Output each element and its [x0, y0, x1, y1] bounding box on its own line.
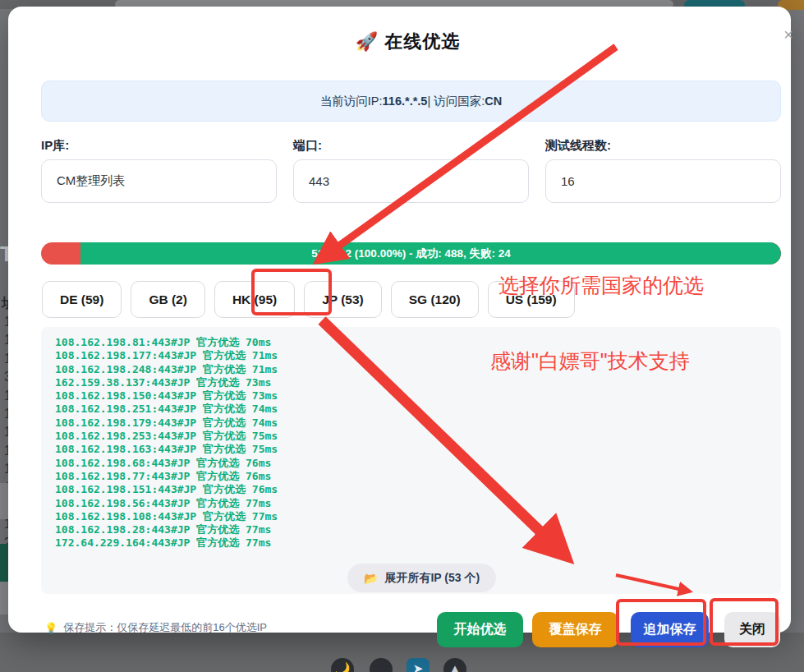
ip-result-line: 108.162.198.81:443#JP 官方优选 70ms — [55, 336, 271, 348]
ip-result-line: 108.162.198.28:443#JP 官方优选 77ms — [55, 523, 271, 536]
country-button-de[interactable]: DE (59) — [42, 281, 122, 318]
country-button-jp[interactable]: JP (53) — [304, 281, 382, 318]
ip-results-list: 108.162.198.81:443#JP 官方优选 70ms 108.162.… — [55, 336, 278, 550]
current-ip-banner: 当前访问IP: 116.*.*.5 | 访问国家: CN — [41, 81, 781, 122]
ip-library-label: IP库: — [41, 138, 69, 154]
ip-result-line: 108.162.198.248:443#JP 官方优选 71ms — [55, 363, 278, 375]
country-button-hk[interactable]: HK (95) — [214, 281, 295, 318]
screen: Ti 址 1 1 1 3 1 1 1 1 1 1 1 1 2 🌙 ➤ ▲ 🚀 在… — [0, 0, 804, 672]
overwrite-save-button[interactable]: 覆盖保存 — [532, 612, 618, 647]
current-ip-value: 116.*.*.5 — [383, 94, 428, 108]
country-filter-row: DE (59) GB (2) HK (95) JP (53) SG (120) … — [42, 281, 575, 318]
ip-banner-prefix: 当前访问IP: — [320, 94, 383, 109]
expand-all-ip-label: 展开所有IP (53 个) — [384, 571, 480, 586]
annotation-pick-country: 选择你所需国家的优选 — [498, 272, 704, 299]
ip-result-line: 108.162.198.253:443#JP 官方优选 75ms — [55, 430, 278, 442]
ip-result-line: 108.162.198.179:443#JP 官方优选 74ms — [55, 417, 278, 429]
ip-result-line: 108.162.198.163:443#JP 官方优选 75ms — [55, 443, 278, 455]
annotation-thanks: 感谢"白嫖哥"技术支持 — [490, 348, 690, 375]
close-button[interactable]: 关闭 — [724, 612, 780, 647]
progress-status-text: 512/512 (100.00%) - 成功: 488, 失败: 24 — [41, 242, 781, 265]
append-save-button[interactable]: 追加保存 — [631, 612, 709, 647]
save-hint-text: 保存提示：仅保存延迟最低的前16个优选IP — [63, 620, 267, 635]
country-button-sg[interactable]: SG (120) — [391, 281, 479, 318]
ip-library-select[interactable]: CM整理列表 — [41, 159, 277, 203]
port-input[interactable]: 443 — [293, 159, 529, 203]
ip-result-line: 108.162.198.56:443#JP 官方优选 77ms — [55, 497, 271, 509]
online-optimize-dialog: 🚀 在线优选 × 当前访问IP: 116.*.*.5 | 访问国家: CN IP… — [8, 7, 791, 633]
ip-result-line: 108.162.198.151:443#JP 官方优选 76ms — [55, 483, 278, 495]
expand-all-ip-button[interactable]: 📂 展开所有IP (53 个) — [347, 564, 496, 592]
dialog-title: 🚀 在线优选 — [16, 30, 799, 54]
ip-result-line: 108.162.198.108:443#JP 官方优选 77ms — [55, 510, 278, 522]
ip-result-line: 108.162.198.177:443#JP 官方优选 71ms — [55, 349, 278, 361]
folder-icon: 📂 — [364, 572, 378, 585]
bulb-icon: 💡 — [44, 622, 57, 634]
ip-result-line: 108.162.198.251:443#JP 官方优选 74ms — [55, 403, 278, 415]
start-optimize-button[interactable]: 开始优选 — [437, 612, 523, 647]
close-icon[interactable]: × — [777, 23, 800, 46]
ip-result-line: 108.162.198.68:443#JP 官方优选 76ms — [55, 457, 271, 469]
current-country-value: CN — [485, 94, 502, 108]
threads-input[interactable]: 16 — [545, 159, 781, 203]
country-button-gb[interactable]: GB (2) — [131, 281, 205, 318]
progress-bar: 512/512 (100.00%) - 成功: 488, 失败: 24 — [41, 242, 781, 265]
threads-label: 测试线程数: — [545, 138, 611, 154]
ip-result-line: 172.64.229.164:443#JP 官方优选 77ms — [55, 536, 271, 549]
ip-banner-separator: | 访问国家: — [427, 94, 485, 109]
ip-result-line: 162.159.38.137:443#JP 官方优选 73ms — [55, 376, 271, 389]
port-label: 端口: — [293, 138, 322, 154]
ip-result-line: 108.162.198.150:443#JP 官方优选 73ms — [55, 389, 278, 402]
save-hint: 💡 保存提示：仅保存延迟最低的前16个优选IP — [44, 620, 267, 635]
telegram-icon: ➤ — [407, 658, 430, 672]
ip-result-line: 108.162.198.77:443#JP 官方优选 76ms — [55, 470, 271, 482]
